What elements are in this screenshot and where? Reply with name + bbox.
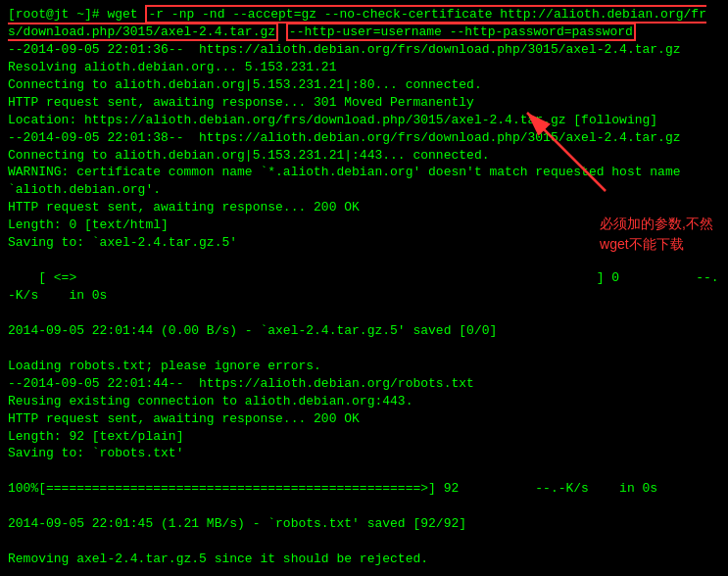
output-line-18: HTTP request sent, awaiting response... … [8, 410, 720, 428]
terminal-window: [root@jt ~]# wget -r -np -nd --accept=gz… [0, 0, 728, 576]
output-line-1: --2014-09-05 22:01:36-- https://alioth.d… [8, 41, 720, 59]
command-line: [root@jt ~]# wget -r -np -nd --accept=gz… [8, 6, 720, 41]
output-line-21: 100%[===================================… [8, 480, 720, 498]
annotation-line2: wget不能下载 [600, 236, 684, 252]
output-line-blank6 [8, 533, 720, 551]
output-line-15: Loading robots.txt; please ignore errors… [8, 358, 720, 375]
output-line-14: 2014-09-05 22:01:44 (0.00 B/s) - `axel-2… [8, 322, 720, 340]
output-line-16: --2014-09-05 22:01:44-- https://alioth.d… [8, 375, 720, 393]
output-line-blank5 [8, 498, 720, 515]
output-line-17: Reusing existing connection to alioth.de… [8, 393, 720, 410]
svg-line-1 [527, 113, 606, 191]
command-part1: wget [107, 7, 145, 22]
output-line-blank4 [8, 462, 720, 480]
output-line-blank7 [8, 568, 720, 576]
output-line-23: Removing axel-2.4.tar.gz.5 since it shou… [8, 551, 720, 568]
output-line-22: 2014-09-05 22:01:45 (1.21 MB/s) - `robot… [8, 515, 720, 533]
output-line-blank3 [8, 340, 720, 358]
output-line-19: Length: 92 [text/plain] [8, 428, 720, 446]
annotation-line1: 必须加的参数,不然 [600, 216, 713, 231]
command-highlighted2: --http-user=username --http-password=pas… [286, 23, 636, 41]
red-arrow [508, 98, 625, 196]
output-line-3: Connecting to alioth.debian.org|5.153.23… [8, 76, 720, 94]
output-line-13: [ <=> ] 0 --.-K/s in 0s [8, 269, 720, 305]
output-line-blank2 [8, 305, 720, 322]
prompt: [root@jt ~]# [8, 7, 107, 22]
output-line-20: Saving to: `robots.txt' [8, 445, 720, 462]
annotation-container: 必须加的参数,不然 wget不能下载 [600, 214, 713, 255]
output-line-2: Resolving alioth.debian.org... 5.153.231… [8, 59, 720, 76]
